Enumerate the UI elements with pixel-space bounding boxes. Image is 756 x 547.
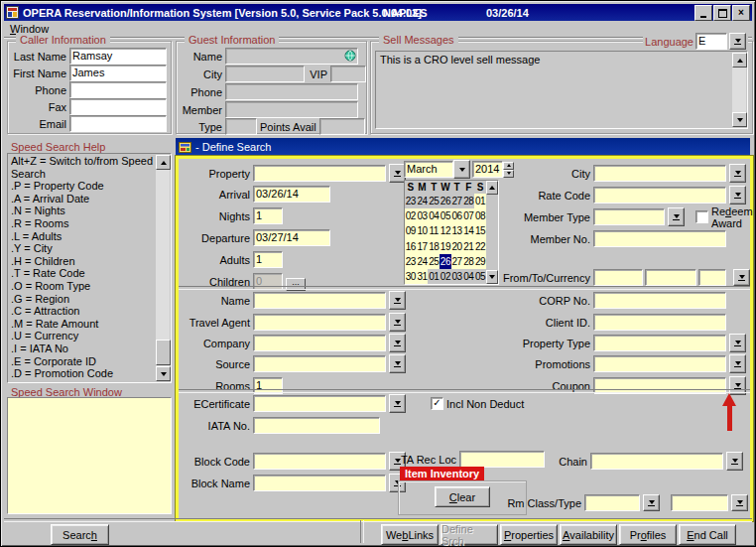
from-to-currency-dropdown-button[interactable] <box>733 269 750 286</box>
property-field[interactable] <box>253 165 386 182</box>
email-field[interactable] <box>69 115 167 132</box>
ecertificate-dropdown-button[interactable] <box>389 394 406 413</box>
ecertificate-field[interactable] <box>253 395 386 412</box>
speed-search-window-box[interactable] <box>7 397 172 514</box>
calendar-day[interactable]: 26 <box>440 194 451 208</box>
calendar-day[interactable]: 05 <box>474 269 486 284</box>
calendar-year-field[interactable]: 2014 <box>472 161 503 178</box>
speed-search-help-list[interactable]: Alt+Z = Switch to/from Speed Search.P = … <box>7 153 172 383</box>
name-dropdown-button[interactable] <box>389 291 406 310</box>
rm-type-dropdown-button[interactable] <box>731 494 748 511</box>
calendar-day[interactable]: 11 <box>428 223 440 238</box>
travel-agent-field[interactable] <box>253 314 386 331</box>
help-list-item[interactable]: Alt+Z = Switch to/from Speed Search <box>11 155 155 180</box>
guest-city-field[interactable] <box>225 66 305 82</box>
incl-non-deduct-checkbox[interactable]: ✓ <box>431 397 443 410</box>
calendar-day[interactable]: 04 <box>462 269 474 284</box>
calendar-day[interactable]: 30 <box>405 269 417 284</box>
nights-field[interactable]: 1 <box>253 207 283 224</box>
city-field[interactable] <box>593 165 726 182</box>
calendar-day-selected[interactable]: 26 <box>440 254 451 269</box>
member-field[interactable] <box>225 101 358 118</box>
help-list-item[interactable]: .G = Region <box>11 293 155 306</box>
calendar-day[interactable]: 27 <box>451 254 463 269</box>
type-field[interactable] <box>225 118 257 135</box>
calendar-day[interactable]: 24 <box>417 254 429 269</box>
help-list-item[interactable]: .P = Property Code <box>11 180 155 193</box>
calendar-day[interactable]: 21 <box>462 239 474 254</box>
help-list-item[interactable]: .H = Children <box>11 255 155 268</box>
property-type-field[interactable] <box>593 335 726 351</box>
calendar-day[interactable]: 02 <box>440 269 451 284</box>
guest-phone-field[interactable] <box>225 83 358 100</box>
calendar-day[interactable]: 09 <box>405 223 417 238</box>
calendar-day[interactable]: 02 <box>405 208 417 223</box>
calendar-day[interactable]: 03 <box>451 269 463 284</box>
currency-field[interactable] <box>698 269 726 286</box>
calendar-day[interactable]: 17 <box>417 239 429 254</box>
calendar-day[interactable]: 13 <box>451 223 463 238</box>
help-scroll-down-button[interactable] <box>156 366 171 381</box>
adults-field[interactable]: 1 <box>253 251 283 268</box>
calendar-day[interactable]: 25 <box>428 254 440 269</box>
member-type-dropdown-button[interactable] <box>668 207 685 226</box>
calendar-month-dropdown-button[interactable] <box>453 160 470 179</box>
calendar-day[interactable]: 01 <box>428 269 440 284</box>
calendar-day[interactable]: 23 <box>405 254 417 269</box>
calendar-day[interactable]: 08 <box>474 208 486 223</box>
promotions-dropdown-button[interactable] <box>729 354 746 373</box>
from-field[interactable] <box>593 269 643 286</box>
clear-button[interactable]: Clear <box>435 486 490 507</box>
calendar-day[interactable]: 23 <box>405 194 417 208</box>
client-id-field[interactable] <box>593 314 726 331</box>
guest-name-field[interactable] <box>225 48 358 65</box>
scroll-up-button[interactable] <box>732 53 747 68</box>
calendar-month-select[interactable]: March <box>404 161 453 178</box>
source-dropdown-button[interactable] <box>389 354 406 373</box>
help-list-item[interactable]: .I = IATA No <box>11 342 155 355</box>
rm-class-field[interactable] <box>584 494 640 511</box>
language-field[interactable]: E <box>695 33 727 50</box>
fax-field[interactable] <box>69 98 167 115</box>
help-list-item[interactable]: .A = Arrival Date <box>11 193 155 205</box>
name-field[interactable] <box>253 292 386 309</box>
block-name-field[interactable] <box>253 475 386 491</box>
points-avail-field[interactable] <box>319 118 365 135</box>
source-field[interactable] <box>253 355 386 372</box>
search-button[interactable]: Search <box>51 524 109 545</box>
calendar-day[interactable]: 19 <box>440 239 451 254</box>
help-list-item[interactable]: .E = Corporate ID <box>11 355 155 368</box>
minimize-button[interactable] <box>694 5 712 21</box>
maximize-button[interactable] <box>713 5 731 21</box>
caller-phone-field[interactable] <box>69 81 167 98</box>
calendar-day[interactable]: 01 <box>474 194 486 208</box>
redeem-award-checkbox[interactable] <box>695 210 708 223</box>
help-list-item[interactable]: .C = Attraction <box>11 305 155 318</box>
help-list-item[interactable]: .Y = City <box>11 242 155 255</box>
travel-agent-dropdown-button[interactable] <box>389 313 406 332</box>
calendar-day[interactable]: 22 <box>474 239 486 254</box>
rm-type-field[interactable] <box>671 494 728 511</box>
calendar-day[interactable]: 04 <box>428 208 440 223</box>
help-scroll-thumb[interactable] <box>156 340 171 365</box>
calendar-day[interactable]: 12 <box>440 223 451 238</box>
footer-button-availability[interactable]: Availability <box>560 524 617 545</box>
calendar-day[interactable]: 18 <box>428 239 440 254</box>
calendar-day[interactable]: 15 <box>474 223 486 238</box>
footer-button-profiles[interactable]: Profiles <box>619 524 677 545</box>
help-list-item[interactable]: .N = Nights <box>11 205 155 217</box>
rm-class-dropdown-button[interactable] <box>643 494 660 511</box>
departure-field[interactable]: 03/27/14 <box>253 229 330 246</box>
rate-code-field[interactable] <box>593 187 726 204</box>
footer-button-properties[interactable]: Properties <box>500 524 558 545</box>
arrival-field[interactable]: 03/26/14 <box>253 186 330 203</box>
close-button[interactable]: × <box>732 5 750 21</box>
corp-no-field[interactable] <box>593 292 726 309</box>
help-list-item[interactable]: .L = Adults <box>11 230 155 243</box>
to-field[interactable] <box>645 269 696 286</box>
footer-button-end-call[interactable]: End Call <box>679 524 736 545</box>
property-type-dropdown-button[interactable] <box>729 334 746 352</box>
block-code-field[interactable] <box>253 453 386 470</box>
calendar-day[interactable]: 03 <box>417 208 429 223</box>
calendar-next-button[interactable] <box>486 270 498 284</box>
